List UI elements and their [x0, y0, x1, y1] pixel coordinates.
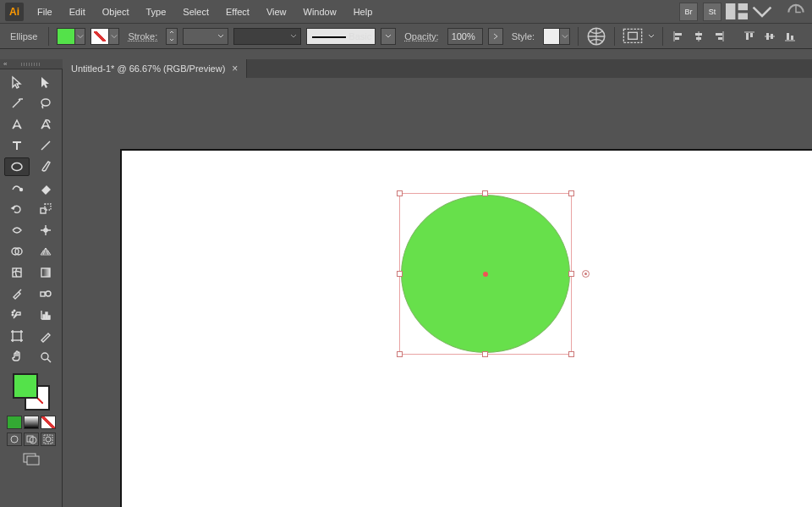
menu-file[interactable]: File	[29, 0, 61, 24]
graphic-style-swatch[interactable]	[543, 28, 570, 45]
align-vcenter-icon[interactable]	[762, 29, 777, 44]
close-tab-icon[interactable]: ×	[232, 63, 238, 74]
sync-settings-icon[interactable]	[785, 3, 807, 21]
paintbrush-tool[interactable]	[33, 157, 58, 176]
align-top-icon[interactable]	[742, 29, 757, 44]
stroke-weight-stepper[interactable]	[166, 28, 178, 45]
lasso-tool[interactable]	[33, 94, 58, 113]
line-segment-tool[interactable]	[33, 136, 58, 155]
recolor-artwork-icon[interactable]	[586, 27, 606, 46]
selection-bounding-box[interactable]	[399, 193, 572, 355]
pen-tool[interactable]	[4, 115, 30, 134]
chevron-down-icon[interactable]	[648, 34, 655, 38]
brush-caret[interactable]	[381, 28, 396, 45]
panel-collapse-grip[interactable]: «	[0, 59, 63, 69]
draw-normal-icon[interactable]	[7, 433, 22, 446]
resize-handle-se[interactable]	[568, 351, 574, 357]
canvas-workarea[interactable]	[63, 78, 812, 507]
stroke-weight-field[interactable]	[183, 28, 228, 45]
draw-behind-icon[interactable]	[24, 433, 39, 446]
align-hcenter-icon[interactable]	[691, 29, 706, 44]
svg-point-48	[46, 437, 51, 442]
chevron-down-icon[interactable]	[559, 29, 569, 44]
opacity-label[interactable]: Opacity:	[401, 31, 442, 41]
control-bar: Ellipse Stroke: Basic Opacity: 100% Styl…	[0, 24, 812, 49]
color-mode-none[interactable]	[41, 416, 56, 429]
brush-definition[interactable]: Basic	[306, 28, 376, 45]
stock-icon[interactable]: St	[703, 3, 721, 21]
resize-handle-w[interactable]	[397, 271, 403, 277]
stroke-label[interactable]: Stroke:	[124, 31, 161, 41]
svg-rect-1	[738, 3, 748, 10]
align-left-icon[interactable]	[671, 29, 686, 44]
eraser-tool[interactable]	[33, 179, 58, 197]
scale-tool[interactable]	[33, 200, 58, 218]
selection-center-point[interactable]	[483, 272, 488, 277]
mesh-tool[interactable]	[4, 263, 30, 282]
draw-inside-icon[interactable]	[41, 433, 56, 446]
rotate-handle[interactable]	[582, 270, 590, 278]
variable-width-profile[interactable]	[233, 28, 301, 45]
fill-swatch[interactable]	[13, 373, 38, 399]
menu-help[interactable]: Help	[345, 0, 381, 24]
blend-tool[interactable]	[33, 284, 58, 303]
resize-handle-n[interactable]	[482, 190, 488, 196]
artboard-tool[interactable]	[4, 327, 30, 345]
gradient-tool[interactable]	[33, 263, 58, 282]
chevron-down-icon[interactable]	[74, 29, 85, 44]
width-tool[interactable]	[4, 221, 30, 240]
align-to-icon[interactable]	[623, 27, 643, 46]
zoom-tool[interactable]	[33, 348, 58, 366]
bridge-icon[interactable]: Br	[679, 3, 698, 21]
eyedropper-tool[interactable]	[4, 284, 30, 303]
free-transform-tool[interactable]	[33, 221, 58, 240]
resize-handle-e[interactable]	[568, 271, 574, 277]
direct-selection-tool[interactable]	[33, 73, 58, 91]
svg-rect-42	[13, 332, 21, 340]
color-mode-solid[interactable]	[7, 416, 22, 429]
slice-tool[interactable]	[33, 327, 58, 345]
opacity-more[interactable]	[488, 28, 503, 45]
workspace-caret-icon[interactable]	[751, 3, 773, 21]
align-right-icon[interactable]	[711, 29, 727, 44]
shaper-tool[interactable]	[4, 179, 30, 197]
color-mode-row	[7, 416, 56, 429]
perspective-grid-tool[interactable]	[33, 242, 58, 261]
resize-handle-ne[interactable]	[568, 190, 574, 196]
shape-builder-tool[interactable]	[4, 242, 30, 261]
opacity-field[interactable]: 100%	[447, 28, 483, 45]
arrange-documents-icon[interactable]	[726, 3, 748, 21]
document-tab[interactable]: Untitled-1* @ 66.67% (RGB/Preview) ×	[63, 59, 247, 78]
align-bottom-icon[interactable]	[782, 29, 798, 44]
screen-mode-button[interactable]	[21, 451, 41, 468]
resize-handle-s[interactable]	[482, 351, 488, 357]
column-graph-tool[interactable]	[33, 306, 58, 324]
fill-color-swatch[interactable]	[57, 28, 85, 45]
resize-handle-sw[interactable]	[397, 351, 403, 357]
svg-rect-19	[766, 33, 769, 40]
ellipse-tool[interactable]	[4, 157, 30, 176]
svg-point-37	[14, 310, 15, 311]
color-mode-gradient[interactable]	[24, 416, 39, 429]
stroke-color-swatch[interactable]	[91, 28, 119, 45]
svg-rect-34	[41, 292, 45, 296]
magic-wand-tool[interactable]	[4, 94, 30, 113]
svg-rect-14	[718, 37, 722, 40]
symbol-sprayer-tool[interactable]	[4, 306, 30, 324]
menu-view[interactable]: View	[258, 0, 295, 24]
menu-edit[interactable]: Edit	[61, 0, 94, 24]
document-tab-bar: Untitled-1* @ 66.67% (RGB/Preview) ×	[63, 59, 812, 78]
menu-effect[interactable]: Effect	[217, 0, 258, 24]
menu-object[interactable]: Object	[94, 0, 138, 24]
hand-tool[interactable]	[4, 348, 30, 366]
menu-select[interactable]: Select	[174, 0, 217, 24]
rotate-tool[interactable]	[4, 200, 30, 218]
type-tool[interactable]	[4, 136, 30, 155]
curvature-tool[interactable]	[33, 115, 58, 134]
menu-type[interactable]: Type	[138, 0, 175, 24]
selection-tool[interactable]	[4, 73, 30, 91]
chevron-down-icon[interactable]	[108, 29, 118, 44]
menu-window[interactable]: Window	[295, 0, 345, 24]
fill-stroke-indicator[interactable]	[13, 373, 50, 411]
resize-handle-nw[interactable]	[397, 190, 403, 196]
